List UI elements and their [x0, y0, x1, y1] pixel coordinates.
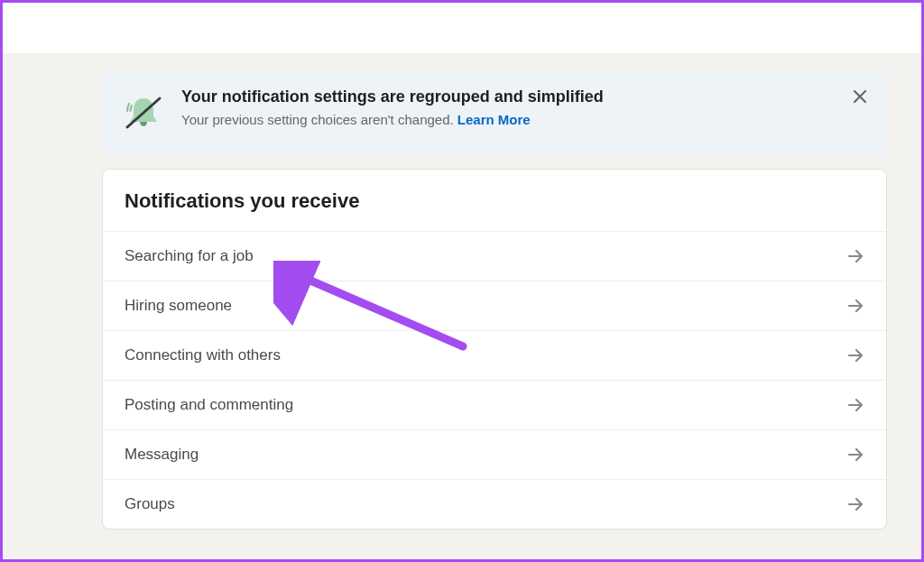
item-connecting-with-others[interactable]: Connecting with others [103, 330, 886, 380]
card-title: Notifications you receive [125, 189, 864, 213]
list-item-label: Searching for a job [125, 247, 254, 265]
arrow-right-icon [846, 446, 864, 464]
learn-more-link[interactable]: Learn More [457, 112, 531, 127]
arrow-right-icon [846, 346, 864, 364]
list-item-label: Connecting with others [125, 346, 281, 364]
banner-title: Your notification settings are regrouped… [181, 88, 867, 106]
card-header: Notifications you receive [103, 170, 886, 231]
list-item-label: Groups [125, 495, 175, 513]
notifications-card: Notifications you receive Searching for … [102, 169, 887, 530]
arrow-right-icon [846, 247, 864, 265]
item-groups[interactable]: Groups [103, 479, 886, 529]
item-hiring-someone[interactable]: Hiring someone [103, 281, 886, 330]
page-background: Your notification settings are regrouped… [3, 53, 921, 559]
list-item-label: Hiring someone [125, 297, 232, 315]
info-banner: Your notification settings are regrouped… [102, 71, 887, 154]
banner-subtitle: Your previous setting choices aren't cha… [181, 112, 867, 127]
item-messaging[interactable]: Messaging [103, 429, 886, 479]
list-item-label: Messaging [125, 446, 199, 464]
close-icon[interactable] [851, 88, 869, 109]
item-posting-and-commenting[interactable]: Posting and commenting [103, 380, 886, 429]
banner-subtitle-text: Your previous setting choices aren't cha… [181, 112, 457, 127]
arrow-right-icon [846, 495, 864, 513]
arrow-right-icon [846, 396, 864, 414]
item-searching-for-a-job[interactable]: Searching for a job [103, 231, 886, 281]
arrow-right-icon [846, 297, 864, 315]
bell-icon [122, 91, 165, 138]
banner-text-block: Your notification settings are regrouped… [181, 88, 867, 127]
content-container: Your notification settings are regrouped… [102, 71, 887, 530]
list-item-label: Posting and commenting [125, 396, 293, 414]
